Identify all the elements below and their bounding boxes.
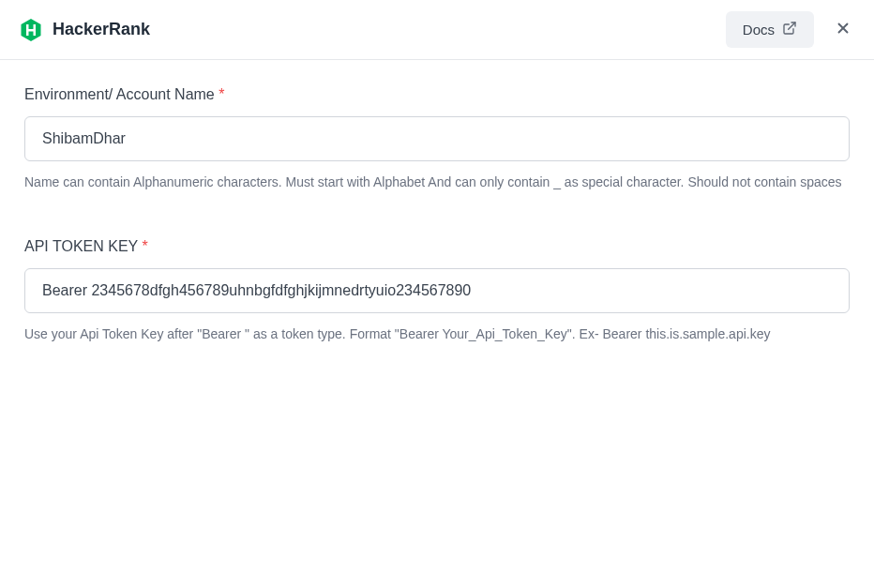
header: HackerRank Docs [0,0,874,60]
env-name-label: Environment/ Account Name * [24,86,850,103]
required-indicator: * [218,86,224,102]
form-content: Environment/ Account Name * Name can con… [0,60,874,415]
env-name-label-text: Environment/ Account Name [24,86,215,102]
close-button[interactable] [831,16,855,43]
external-link-icon [782,21,797,38]
required-indicator: * [142,238,147,254]
svg-rect-3 [26,29,36,32]
hackerrank-logo-icon [19,18,43,42]
api-token-label: API TOKEN KEY * [24,238,850,255]
api-token-input[interactable] [24,268,850,313]
env-name-helper: Name can contain Alphanumeric characters… [24,173,850,193]
brand: HackerRank [19,18,150,42]
header-actions: Docs [726,11,855,48]
api-token-label-text: API TOKEN KEY [24,238,138,254]
svg-line-4 [789,23,795,29]
brand-name: HackerRank [53,20,150,39]
docs-button[interactable]: Docs [726,11,814,48]
env-name-group: Environment/ Account Name * Name can con… [24,86,850,193]
api-token-group: API TOKEN KEY * Use your Api Token Key a… [24,238,850,345]
close-icon [835,20,851,39]
env-name-input[interactable] [24,116,850,161]
api-token-helper: Use your Api Token Key after "Bearer " a… [24,324,850,345]
docs-label: Docs [743,22,775,38]
